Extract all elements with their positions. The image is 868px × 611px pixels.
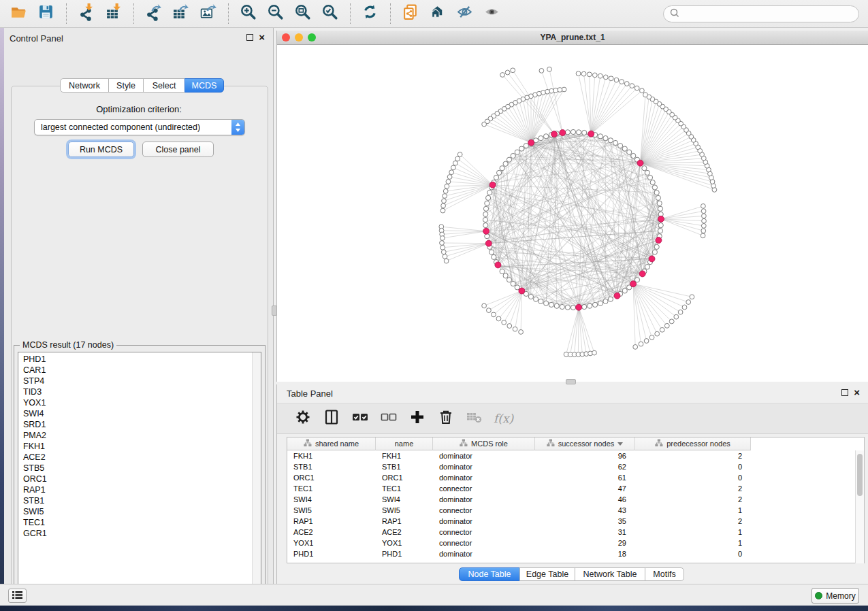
mcds-result-item[interactable]: PMA2: [18, 430, 261, 441]
gear-button[interactable]: [293, 410, 312, 428]
mcds-result-item[interactable]: YOX1: [18, 397, 261, 408]
graph-hub-node[interactable]: [639, 271, 645, 277]
graph-node[interactable]: [608, 297, 613, 301]
graph-node[interactable]: [702, 218, 707, 223]
close-panel-button[interactable]: Close panel: [142, 142, 214, 157]
graph-node[interactable]: [644, 339, 649, 344]
tab-node-table[interactable]: Node Table: [459, 567, 520, 581]
graph-node[interactable]: [449, 170, 454, 175]
graph-node[interactable]: [643, 93, 648, 97]
graph-node[interactable]: [503, 161, 508, 166]
graph-node[interactable]: [441, 250, 446, 254]
table-row[interactable]: STB1STB1dominator620: [287, 461, 855, 472]
graph-node[interactable]: [444, 259, 449, 263]
graph-node[interactable]: [492, 312, 496, 317]
graph-node[interactable]: [544, 301, 549, 306]
run-mcds-button[interactable]: Run MCDS: [68, 142, 134, 157]
graph-node[interactable]: [650, 180, 655, 185]
column-header-successor-nodes[interactable]: successor nodes: [535, 437, 635, 450]
mcds-result-item[interactable]: SWI4: [18, 408, 261, 419]
graph-node[interactable]: [598, 134, 602, 139]
zoom-selected-button[interactable]: [317, 2, 344, 25]
graph-node[interactable]: [642, 166, 647, 171]
mcds-result-item[interactable]: TID3: [18, 386, 261, 397]
graph-node[interactable]: [554, 303, 559, 308]
float-table-panel-icon[interactable]: [841, 389, 848, 396]
graph-node[interactable]: [630, 84, 634, 88]
graph-node[interactable]: [513, 327, 517, 331]
import-table-button[interactable]: [100, 2, 127, 25]
mcds-list-scrollbar[interactable]: [252, 352, 261, 593]
graph-node[interactable]: [485, 201, 489, 205]
graph-node[interactable]: [570, 129, 575, 134]
tab-style[interactable]: Style: [108, 78, 144, 93]
graph-node[interactable]: [598, 73, 602, 78]
graph-node[interactable]: [519, 330, 524, 335]
horizontal-splitter-handle[interactable]: [566, 379, 576, 384]
float-panel-icon[interactable]: [246, 34, 253, 41]
graph-node[interactable]: [443, 254, 447, 259]
graph-node[interactable]: [483, 217, 487, 222]
graph-node[interactable]: [455, 156, 460, 161]
graph-node[interactable]: [582, 304, 587, 309]
graph-node[interactable]: [614, 78, 619, 82]
graph-node[interactable]: [634, 86, 639, 90]
graph-node[interactable]: [570, 305, 575, 310]
graph-node[interactable]: [494, 175, 498, 180]
graph-node[interactable]: [544, 134, 549, 139]
graph-node[interactable]: [496, 316, 501, 321]
deselect-all-button[interactable]: [379, 410, 398, 428]
graph-node[interactable]: [678, 310, 683, 314]
save-button[interactable]: [33, 2, 60, 25]
graph-hub-node[interactable]: [528, 139, 534, 146]
graph-hub-node[interactable]: [576, 304, 582, 310]
graph-node[interactable]: [701, 204, 706, 209]
graph-node[interactable]: [489, 250, 494, 254]
graph-node[interactable]: [539, 299, 543, 303]
tab-network-table[interactable]: Network Table: [575, 567, 645, 581]
graph-node[interactable]: [549, 302, 553, 307]
close-table-panel-icon[interactable]: ×: [854, 389, 860, 396]
table-row[interactable]: PHD1PHD1dominator180: [287, 548, 855, 559]
graph-node[interactable]: [547, 67, 552, 71]
graph-node[interactable]: [440, 236, 445, 241]
graph-hub-node[interactable]: [649, 256, 655, 262]
table-row[interactable]: ACE2ACE2connector311: [287, 527, 855, 538]
graph-hub-node[interactable]: [551, 131, 558, 137]
search-input[interactable]: [680, 7, 858, 21]
graph-node[interactable]: [483, 223, 488, 228]
graph-node[interactable]: [485, 234, 489, 239]
columns-button[interactable]: [322, 410, 340, 428]
select-all-button[interactable]: [351, 410, 369, 428]
graph-node[interactable]: [457, 152, 462, 157]
graph-node[interactable]: [613, 140, 618, 145]
graph-node[interactable]: [645, 170, 649, 175]
graph-node[interactable]: [562, 87, 566, 92]
tab-network[interactable]: Network: [60, 78, 109, 93]
graph-node[interactable]: [587, 72, 592, 77]
graph-node[interactable]: [503, 274, 508, 278]
graph-hub-node[interactable]: [495, 262, 501, 268]
import-network-button[interactable]: [73, 2, 100, 25]
table-scrollbar[interactable]: [855, 450, 864, 563]
first-neighbors-button[interactable]: [424, 2, 451, 25]
tab-edge-table[interactable]: Edge Table: [519, 567, 575, 581]
mcds-result-item[interactable]: STB1: [18, 495, 261, 506]
graph-node[interactable]: [592, 350, 597, 355]
table-row[interactable]: FKH1FKH1dominator962: [287, 450, 855, 461]
graph-node[interactable]: [598, 301, 602, 306]
graph-node[interactable]: [519, 146, 524, 151]
graph-node[interactable]: [440, 245, 445, 250]
graph-node[interactable]: [701, 233, 705, 238]
show-all-button[interactable]: [479, 2, 506, 25]
graph-node[interactable]: [658, 229, 662, 233]
table-row[interactable]: TEC1TEC1connector472: [287, 483, 855, 494]
graph-node[interactable]: [492, 254, 496, 259]
graph-node[interactable]: [451, 165, 456, 170]
graph-hub-node[interactable]: [489, 182, 496, 188]
graph-node[interactable]: [560, 304, 564, 309]
graph-node[interactable]: [528, 294, 533, 299]
graph-node[interactable]: [652, 250, 657, 254]
graph-node[interactable]: [690, 295, 694, 299]
table-row[interactable]: RAP1RAP1dominator352: [287, 516, 855, 527]
